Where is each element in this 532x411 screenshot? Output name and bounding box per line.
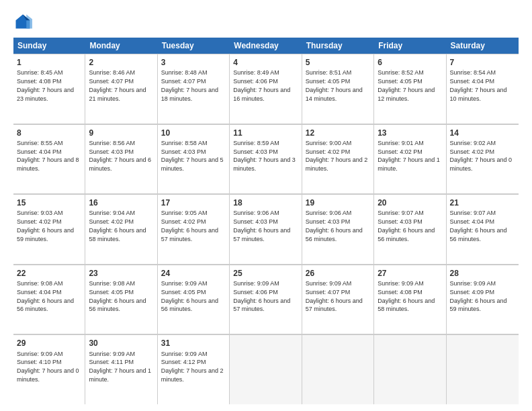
daylight-info: Daylight: 7 hours and 3 minutes. [233,156,296,172]
cal-cell: 26Sunrise: 9:09 AMSunset: 4:07 PMDayligh… [302,265,374,334]
day-number: 24 [161,268,226,279]
cal-header-cell: Friday [374,38,446,54]
cal-cell: 4Sunrise: 8:49 AMSunset: 4:06 PMDaylight… [230,54,302,124]
day-number: 22 [17,268,81,279]
cal-header-cell: Saturday [447,38,519,54]
day-number: 11 [233,128,298,138]
cal-cell: 3Sunrise: 8:48 AMSunset: 4:07 PMDaylight… [158,54,230,124]
daylight-info: Daylight: 7 hours and 12 minutes. [378,87,435,102]
day-number: 28 [450,268,515,279]
day-number: 15 [17,197,81,208]
daylight-info: Daylight: 7 hours and 21 minutes. [89,87,146,102]
sunset-info: Sunset: 4:03 PM [233,218,278,225]
sunset-info: Sunset: 4:06 PM [233,289,278,295]
daylight-info: Daylight: 7 hours and 23 minutes. [17,87,74,102]
day-number: 29 [17,338,81,349]
cal-cell: 6Sunrise: 8:52 AMSunset: 4:05 PMDaylight… [374,54,446,124]
sunrise-info: Sunrise: 9:08 AM [89,280,135,287]
daylight-info: Daylight: 7 hours and 1 minute. [378,156,440,172]
daylight-info: Daylight: 7 hours and 0 minutes. [17,367,79,383]
sunrise-info: Sunrise: 9:09 AM [161,351,208,357]
sunset-info: Sunset: 4:02 PM [89,218,134,225]
sunset-info: Sunset: 4:05 PM [378,78,423,85]
sunset-info: Sunset: 4:10 PM [17,359,62,365]
sunrise-info: Sunrise: 9:00 AM [306,140,352,146]
sunrise-info: Sunrise: 8:48 AM [161,69,208,76]
sunset-info: Sunset: 4:04 PM [450,218,495,225]
daylight-info: Daylight: 7 hours and 6 minutes. [89,156,151,172]
cal-row: 15Sunrise: 9:03 AMSunset: 4:02 PMDayligh… [13,194,519,265]
sunset-info: Sunset: 4:03 PM [306,218,351,225]
day-number: 18 [233,197,298,208]
sunrise-info: Sunrise: 8:56 AM [89,140,135,146]
sunset-info: Sunset: 4:08 PM [17,78,62,85]
sunset-info: Sunset: 4:03 PM [89,148,134,155]
sunset-info: Sunset: 4:03 PM [161,148,206,155]
sunrise-info: Sunrise: 8:58 AM [161,140,208,146]
sunrise-info: Sunrise: 9:01 AM [378,140,424,146]
cal-header-cell: Monday [85,38,157,54]
daylight-info: Daylight: 7 hours and 5 minutes. [161,156,224,172]
day-number: 31 [161,338,226,349]
daylight-info: Daylight: 6 hours and 58 minutes. [89,227,146,242]
cal-cell: 15Sunrise: 9:03 AMSunset: 4:02 PMDayligh… [13,194,85,264]
day-number: 7 [450,57,515,68]
cal-cell: 8Sunrise: 8:55 AMSunset: 4:04 PMDaylight… [13,124,85,194]
cal-cell [230,334,302,404]
day-number: 19 [306,197,370,208]
sunset-info: Sunset: 4:02 PM [17,218,62,225]
daylight-info: Daylight: 6 hours and 56 minutes. [161,298,218,313]
svg-marker-1 [26,15,32,29]
sunset-info: Sunset: 4:04 PM [17,148,62,155]
daylight-info: Daylight: 6 hours and 56 minutes. [89,298,146,313]
cal-cell: 14Sunrise: 9:02 AMSunset: 4:02 PMDayligh… [447,124,519,194]
day-number: 9 [89,128,153,138]
sunrise-info: Sunrise: 8:55 AM [17,140,63,146]
cal-row: 22Sunrise: 9:08 AMSunset: 4:04 PMDayligh… [13,265,519,335]
daylight-info: Daylight: 7 hours and 1 minute. [89,367,151,383]
sunset-info: Sunset: 4:08 PM [378,289,423,295]
sunrise-info: Sunrise: 9:04 AM [89,210,135,216]
sunset-info: Sunset: 4:05 PM [306,78,351,85]
daylight-info: Daylight: 7 hours and 14 minutes. [306,87,363,102]
sunrise-info: Sunrise: 8:51 AM [306,69,352,76]
daylight-info: Daylight: 6 hours and 57 minutes. [306,298,363,313]
sunset-info: Sunset: 4:05 PM [89,289,134,295]
cal-cell: 21Sunrise: 9:07 AMSunset: 4:04 PMDayligh… [447,194,519,264]
sunset-info: Sunset: 4:07 PM [89,78,134,85]
sunrise-info: Sunrise: 8:45 AM [17,69,63,76]
cal-cell [447,334,519,404]
sunset-info: Sunset: 4:06 PM [233,78,278,85]
sunrise-info: Sunrise: 9:07 AM [450,210,496,216]
day-number: 5 [306,57,370,68]
sunrise-info: Sunrise: 8:49 AM [233,69,279,76]
calendar-body: 1Sunrise: 8:45 AMSunset: 4:08 PMDaylight… [13,54,519,404]
daylight-info: Daylight: 6 hours and 57 minutes. [233,298,290,313]
cal-cell: 7Sunrise: 8:54 AMSunset: 4:04 PMDaylight… [447,54,519,124]
sunrise-info: Sunrise: 9:08 AM [17,280,63,287]
cal-cell: 25Sunrise: 9:09 AMSunset: 4:06 PMDayligh… [230,265,302,334]
sunrise-info: Sunrise: 9:06 AM [306,210,352,216]
cal-cell: 11Sunrise: 8:59 AMSunset: 4:03 PMDayligh… [230,124,302,194]
daylight-info: Daylight: 7 hours and 2 minutes. [161,367,224,383]
calendar-header: SundayMondayTuesdayWednesdayThursdayFrid… [13,38,519,54]
cal-cell: 1Sunrise: 8:45 AMSunset: 4:08 PMDaylight… [13,54,85,124]
daylight-info: Daylight: 7 hours and 10 minutes. [450,87,507,102]
sunrise-info: Sunrise: 9:03 AM [17,210,63,216]
daylight-info: Daylight: 6 hours and 57 minutes. [161,227,218,242]
day-number: 6 [378,57,442,68]
cal-cell: 31Sunrise: 9:09 AMSunset: 4:12 PMDayligh… [158,334,230,404]
day-number: 23 [89,268,153,279]
day-number: 8 [17,128,81,138]
sunrise-info: Sunrise: 9:09 AM [161,280,208,287]
cal-row: 8Sunrise: 8:55 AMSunset: 4:04 PMDaylight… [13,124,519,195]
cal-cell: 29Sunrise: 9:09 AMSunset: 4:10 PMDayligh… [13,334,85,404]
sunrise-info: Sunrise: 9:09 AM [450,280,496,287]
cal-cell: 17Sunrise: 9:05 AMSunset: 4:02 PMDayligh… [158,194,230,264]
cal-cell: 23Sunrise: 9:08 AMSunset: 4:05 PMDayligh… [85,265,157,334]
day-number: 4 [233,57,298,68]
daylight-info: Daylight: 7 hours and 0 minutes. [450,156,513,172]
day-number: 21 [450,197,515,208]
cal-cell: 20Sunrise: 9:07 AMSunset: 4:03 PMDayligh… [374,194,446,264]
sunrise-info: Sunrise: 9:02 AM [450,140,496,146]
